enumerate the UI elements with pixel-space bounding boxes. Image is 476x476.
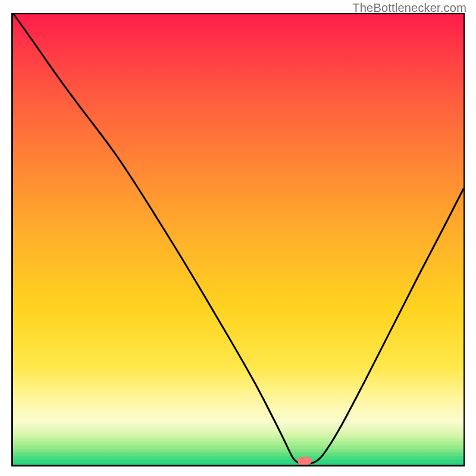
plot-area: [11, 13, 465, 466]
gradient-bands: [11, 383, 465, 466]
bottleneck-curve: [14, 14, 464, 464]
chart-stage: TheBottlenecker.com: [0, 0, 476, 476]
optimum-marker: [298, 457, 312, 465]
curve-layer: [11, 13, 465, 466]
